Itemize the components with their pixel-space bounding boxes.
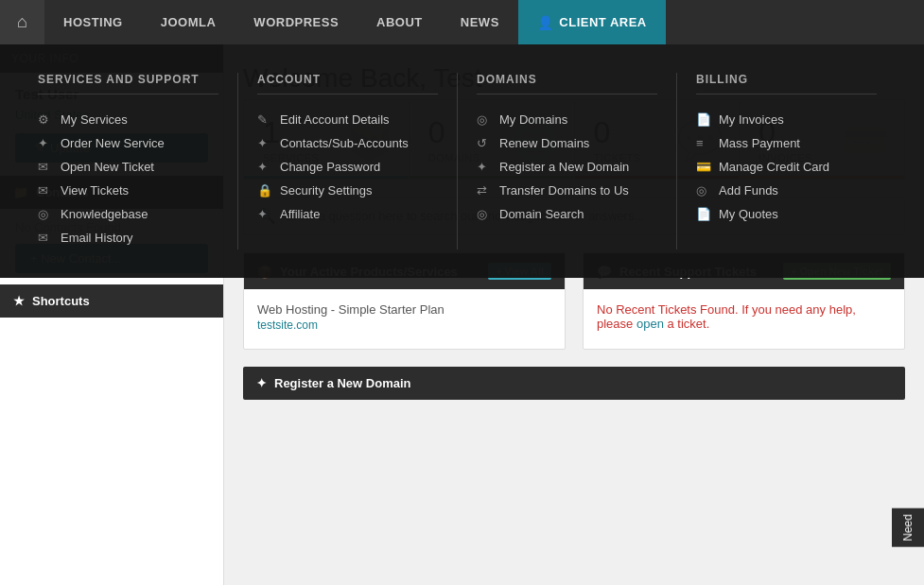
register-domain-icon: ✦ xyxy=(256,376,267,390)
dd-email-history[interactable]: ✉Email History xyxy=(38,226,218,249)
dd-my-quotes[interactable]: 📄My Quotes xyxy=(696,202,877,226)
home-button[interactable]: ⌂ xyxy=(0,0,44,44)
dropdown-services-col: SERVICES AND SUPPORT ⚙My Services ✦Order… xyxy=(19,73,238,249)
funds-icon: ◎ xyxy=(696,183,711,198)
password-icon: ✦ xyxy=(257,160,272,174)
quotes-icon: 📄 xyxy=(696,207,711,221)
search-icon: ◎ xyxy=(477,207,492,221)
dropdown-domains-col: DOMAINS ◎My Domains ↺Renew Domains ✦Regi… xyxy=(458,73,677,249)
dd-domain-search[interactable]: ◎Domain Search xyxy=(477,202,657,226)
renew-icon: ↺ xyxy=(477,136,492,150)
dd-transfer-domain[interactable]: ⇄Transfer Domains to Us xyxy=(477,179,657,202)
dd-register-domain[interactable]: ✦Register a New Domain xyxy=(477,155,657,179)
dd-renew-domains[interactable]: ↺Renew Domains xyxy=(477,131,657,155)
no-tickets-message: No Recent Tickets Found. If you need any… xyxy=(597,302,891,331)
person-icon: 👤 xyxy=(537,15,554,30)
dd-knowledgebase[interactable]: ◎Knowledgebase xyxy=(38,202,218,226)
dropdown-domains-title: DOMAINS xyxy=(477,73,657,95)
nav-wordpress[interactable]: WORDPRESS xyxy=(235,0,357,44)
dd-mass-payment[interactable]: ≡Mass Payment xyxy=(696,131,877,155)
contacts-icon: ✦ xyxy=(257,136,272,150)
security-icon: 🔒 xyxy=(257,183,272,198)
service-link[interactable]: testsite.com xyxy=(257,318,318,332)
dd-change-password[interactable]: ✦Change Password xyxy=(257,155,438,179)
dd-invoices[interactable]: 📄My Invoices xyxy=(696,108,877,131)
dropdown-account-title: ACCOUNT xyxy=(257,73,438,95)
dd-order-service[interactable]: ✦Order New Service xyxy=(38,131,218,155)
support-tickets-body: No Recent Tickets Found. If you need any… xyxy=(584,289,904,344)
dd-my-domains[interactable]: ◎My Domains xyxy=(477,108,657,131)
register-domain-panel[interactable]: ✦ Register a New Domain xyxy=(243,367,905,400)
transfer-icon: ⇄ xyxy=(477,183,492,198)
shortcuts-icon: ★ xyxy=(13,294,25,308)
invoice-icon: 📄 xyxy=(696,112,711,127)
service-item: Web Hosting - Simple Starter Plan testsi… xyxy=(257,302,551,332)
nav-about[interactable]: ABOUT xyxy=(357,0,442,44)
mega-dropdown: SERVICES AND SUPPORT ⚙My Services ✦Order… xyxy=(0,44,924,278)
top-navigation: ⌂ HOSTING JOOMLA WORDPRESS ABOUT NEWS 👤 … xyxy=(0,0,924,44)
dropdown-services-title: SERVICES AND SUPPORT xyxy=(38,73,218,95)
dd-my-services[interactable]: ⚙My Services xyxy=(38,108,218,131)
dd-security[interactable]: 🔒Security Settings xyxy=(257,179,438,202)
dropdown-account-col: ACCOUNT ✎Edit Account Details ✦Contacts/… xyxy=(238,73,458,249)
shortcuts-section-header: ★ Shortcuts xyxy=(0,284,223,318)
dd-open-ticket[interactable]: ✉Open New Ticket xyxy=(38,155,218,179)
kb-icon: ◎ xyxy=(38,207,53,221)
dd-add-funds[interactable]: ◎Add Funds xyxy=(696,179,877,202)
dd-contacts[interactable]: ✦Contacts/Sub-Accounts xyxy=(257,131,438,155)
dropdown-billing-col: BILLING 📄My Invoices ≡Mass Payment 💳Mana… xyxy=(677,73,896,249)
edit-icon: ✎ xyxy=(257,112,272,127)
need-help-button[interactable]: Need xyxy=(892,508,924,547)
view-tickets-icon: ✉ xyxy=(38,183,53,198)
affiliate-icon: ✦ xyxy=(257,207,272,221)
home-icon: ⌂ xyxy=(17,12,27,32)
service-name: Web Hosting - Simple Starter Plan xyxy=(257,302,551,317)
nav-client-area[interactable]: 👤 CLIENT AREA xyxy=(518,0,666,44)
dd-edit-account[interactable]: ✎Edit Account Details xyxy=(257,108,438,131)
active-services-body: Web Hosting - Simple Starter Plan testsi… xyxy=(244,289,565,349)
ticket-icon: ✉ xyxy=(38,160,53,174)
services-icon: ⚙ xyxy=(38,112,53,127)
email-icon: ✉ xyxy=(38,231,53,245)
dd-credit-card[interactable]: 💳Manage Credit Card xyxy=(696,155,877,179)
dd-view-tickets[interactable]: ✉View Tickets xyxy=(38,179,218,202)
nav-news[interactable]: NEWS xyxy=(442,0,518,44)
register-icon: ✦ xyxy=(477,160,492,174)
order-icon: ✦ xyxy=(38,136,53,150)
dropdown-billing-title: BILLING xyxy=(696,73,877,95)
domains-icon: ◎ xyxy=(477,112,492,127)
open-ticket-link[interactable]: open xyxy=(636,317,664,331)
credit-card-icon: 💳 xyxy=(696,160,711,174)
nav-joomla[interactable]: JOOMLA xyxy=(142,0,235,44)
payment-icon: ≡ xyxy=(696,136,711,150)
nav-hosting[interactable]: HOSTING xyxy=(44,0,142,44)
dd-affiliate[interactable]: ✦Affiliate xyxy=(257,202,438,226)
